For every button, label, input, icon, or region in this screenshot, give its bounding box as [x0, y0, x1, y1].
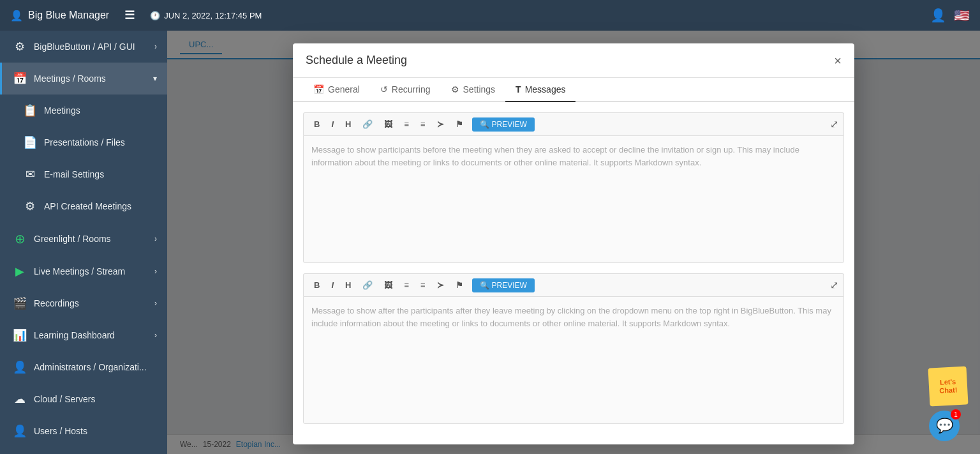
- schedule-meeting-modal: Schedule a Meeting × 📅 General ↺ Recurri…: [293, 43, 854, 444]
- sidebar-item-presentations[interactable]: 📄 Presentations / Files: [0, 126, 167, 158]
- sidebar-item-label: Presentations / Files: [44, 137, 125, 148]
- heading-button-1[interactable]: H: [340, 117, 356, 132]
- search-icon-2: 🔍: [480, 281, 489, 290]
- flag-button-2[interactable]: ⚑: [450, 278, 468, 292]
- api-icon: ⚙: [22, 199, 38, 213]
- settings-tab-icon: ⚙: [451, 84, 459, 95]
- chevron-icon: ›: [154, 267, 157, 276]
- editor-content-1[interactable]: Message to show participants before the …: [303, 135, 844, 263]
- chevron-icon: ›: [154, 42, 157, 51]
- topbar-time: 🕐 JUN 2, 2022, 12:17:45 PM: [150, 11, 262, 20]
- search-icon: 🔍: [480, 120, 489, 129]
- modal-close-button[interactable]: ×: [834, 54, 842, 67]
- flag-button-1[interactable]: ⚑: [450, 117, 468, 132]
- play-icon: ▶: [12, 264, 27, 278]
- sidebar-item-meetings-rooms[interactable]: 📅 Meetings / Rooms ▾: [0, 63, 167, 95]
- link-button-2[interactable]: 🔗: [357, 278, 378, 292]
- sidebar-item-label: Meetings: [44, 105, 80, 116]
- topbar-right: 👤 🇺🇸: [930, 8, 970, 23]
- cloud-icon: ☁: [12, 392, 27, 406]
- image-button-1[interactable]: 🖼: [379, 117, 397, 132]
- sidebar-item-api-meetings[interactable]: ⚙ API Created Meetings: [0, 190, 167, 222]
- modal-tabs: 📅 General ↺ Recurring ⚙ Settings T Messa…: [293, 78, 854, 102]
- user-profile-icon[interactable]: 👤: [930, 8, 946, 23]
- brand: 👤 Big Blue Manager: [10, 10, 109, 22]
- flag-icon[interactable]: 🇺🇸: [954, 8, 970, 23]
- heading-button-2[interactable]: H: [340, 278, 356, 292]
- sidebar-item-cloud-servers[interactable]: ☁ Cloud / Servers: [0, 383, 167, 415]
- chat-circle-button[interactable]: 💬 1: [929, 411, 960, 441]
- document-icon: 📄: [22, 135, 38, 149]
- sidebar-item-bigbluebutton[interactable]: ⚙ BigBlueButton / API / GUI ›: [0, 31, 167, 63]
- sidebar-item-label: Administrators / Organizati...: [34, 362, 147, 372]
- image-button-2[interactable]: 🖼: [379, 278, 397, 292]
- sidebar-item-learning-dashboard[interactable]: 📊 Learning Dashboard ›: [0, 319, 167, 351]
- sidebar-item-label: Recordings: [34, 298, 79, 308]
- indent-button-2[interactable]: ≻: [432, 278, 449, 292]
- tab-general[interactable]: 📅 General: [303, 78, 370, 102]
- modal-body: B I H 🔗 🖼 ≡ ≡ ≻ ⚑ 🔍 PREVIEW: [293, 102, 854, 444]
- italic-button-2[interactable]: I: [326, 278, 339, 292]
- link-button-1[interactable]: 🔗: [357, 117, 378, 132]
- calendar-tab-icon: 📅: [313, 84, 324, 95]
- sidebar-item-label: Users / Hosts: [34, 426, 87, 436]
- preview-button-2[interactable]: 🔍 PREVIEW: [472, 278, 535, 292]
- sidebar-item-label: Cloud / Servers: [34, 394, 95, 404]
- sidebar-item-greenlight[interactable]: ⊕ Greenlight / Rooms ›: [0, 222, 167, 255]
- email-icon: ✉: [22, 167, 38, 181]
- sidebar-item-administrators[interactable]: 👤 Administrators / Organizati...: [0, 351, 167, 383]
- expand-button-1[interactable]: ⤢: [830, 118, 838, 130]
- admin-icon: 👤: [12, 360, 27, 374]
- tab-recurring[interactable]: ↺ Recurring: [370, 78, 441, 102]
- ordered-list-button-1[interactable]: ≡: [399, 117, 414, 132]
- gear-icon: ⚙: [12, 40, 27, 54]
- topbar-left: 👤 Big Blue Manager ☰ 🕐 JUN 2, 2022, 12:1…: [10, 6, 262, 25]
- editor-toolbar-1: B I H 🔗 🖼 ≡ ≡ ≻ ⚑ 🔍 PREVIEW: [303, 112, 844, 135]
- sidebar-item-email-settings[interactable]: ✉ E-mail Settings: [0, 158, 167, 190]
- recurring-tab-icon: ↺: [380, 84, 388, 95]
- chat-bubble-icon: 💬: [936, 418, 953, 434]
- topbar: 👤 Big Blue Manager ☰ 🕐 JUN 2, 2022, 12:1…: [0, 0, 980, 31]
- indent-button-1[interactable]: ≻: [432, 117, 449, 132]
- app-layout: ⚙ BigBlueButton / API / GUI › 📅 Meetings…: [0, 31, 980, 454]
- expand-button-2[interactable]: ⤢: [830, 279, 838, 291]
- sidebar-item-label: E-mail Settings: [44, 169, 104, 179]
- unordered-list-button-1[interactable]: ≡: [415, 117, 431, 132]
- modal-title: Schedule a Meeting: [306, 54, 407, 67]
- sidebar-item-live-meetings[interactable]: ▶ Live Meetings / Stream ›: [0, 255, 167, 287]
- editor-section-2: B I H 🔗 🖼 ≡ ≡ ≻ ⚑ 🔍 PREVIEW: [303, 273, 844, 424]
- sidebar: ⚙ BigBlueButton / API / GUI › 📅 Meetings…: [0, 31, 167, 454]
- chevron-icon: ›: [154, 331, 157, 340]
- hamburger-menu-button[interactable]: ☰: [119, 6, 140, 25]
- editor-content-2[interactable]: Message to show after the participants a…: [303, 296, 844, 424]
- dashboard-icon: 📊: [12, 328, 27, 342]
- tab-messages[interactable]: T Messages: [505, 78, 575, 102]
- chevron-icon: ›: [154, 299, 157, 308]
- recordings-icon: 🎬: [12, 296, 27, 310]
- chat-widget: Let's Chat! 💬 1: [929, 367, 967, 441]
- brand-label: Big Blue Manager: [28, 10, 109, 21]
- unordered-list-button-2[interactable]: ≡: [415, 278, 431, 292]
- tab-settings[interactable]: ⚙ Settings: [441, 78, 506, 102]
- modal-overlay: Schedule a Meeting × 📅 General ↺ Recurri…: [167, 31, 980, 454]
- chat-sticky-note[interactable]: Let's Chat!: [928, 366, 968, 406]
- sidebar-item-label: Greenlight / Rooms: [34, 234, 111, 244]
- main-content: UPC... Schedule a Meeting × 📅 General ↺: [167, 31, 980, 454]
- ordered-list-button-2[interactable]: ≡: [399, 278, 414, 292]
- sidebar-item-users-hosts[interactable]: 👤 Users / Hosts: [0, 415, 167, 447]
- sidebar-item-label: Meetings / Rooms: [34, 73, 106, 84]
- sidebar-item-meetings[interactable]: 📋 Meetings: [0, 95, 167, 126]
- modal-header: Schedule a Meeting ×: [293, 43, 854, 78]
- italic-button-1[interactable]: I: [326, 117, 339, 132]
- chevron-down-icon: ▾: [153, 74, 157, 83]
- chevron-icon: ›: [154, 234, 157, 243]
- bold-button-2[interactable]: B: [309, 278, 325, 292]
- plus-circle-icon: ⊕: [12, 231, 27, 246]
- messages-tab-icon: T: [516, 84, 521, 95]
- bold-button-1[interactable]: B: [309, 117, 325, 132]
- clock-icon: 🕐: [150, 11, 160, 20]
- user-avatar-icon: 👤: [10, 10, 23, 22]
- preview-button-1[interactable]: 🔍 PREVIEW: [472, 117, 535, 132]
- list-icon: 📋: [22, 103, 38, 117]
- sidebar-item-recordings[interactable]: 🎬 Recordings ›: [0, 287, 167, 319]
